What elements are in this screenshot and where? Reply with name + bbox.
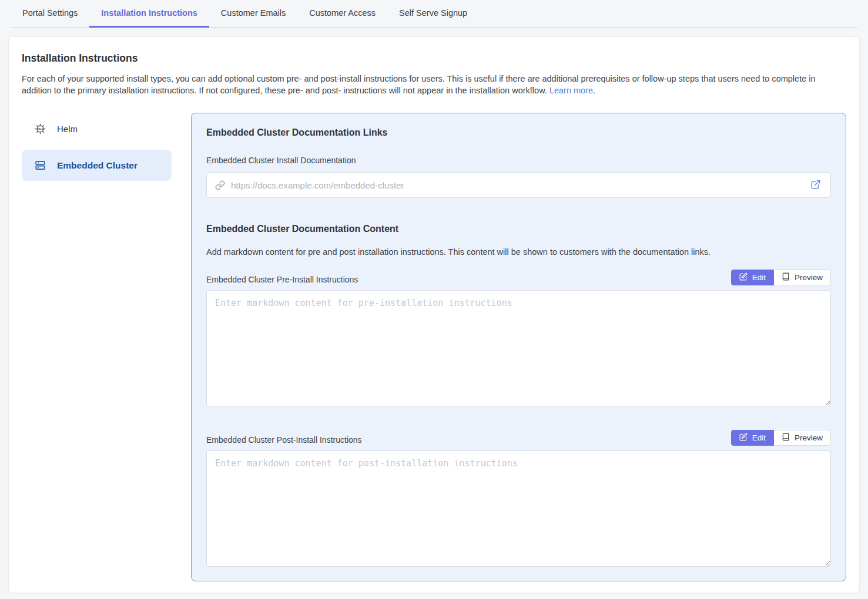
page-description: For each of your supported install types… bbox=[22, 73, 844, 96]
sidebar-item-label: Embedded Cluster bbox=[57, 160, 138, 171]
edit-button-label: Edit bbox=[752, 273, 766, 282]
edit-pencil-icon bbox=[739, 433, 748, 443]
server-stack-icon bbox=[33, 159, 46, 171]
post-install-preview-button[interactable]: Preview bbox=[774, 430, 831, 446]
post-install-label-row: Embedded Cluster Post-Install Instructio… bbox=[206, 430, 831, 446]
edit-pencil-icon bbox=[739, 272, 748, 282]
content-row: HELM Helm Embedded Cluster bbox=[22, 113, 846, 581]
svg-text:HELM: HELM bbox=[36, 127, 43, 130]
link-icon bbox=[215, 180, 225, 190]
documentation-content-heading: Embedded Cluster Documentation Content bbox=[206, 224, 831, 234]
book-icon bbox=[782, 433, 790, 443]
page-description-text: For each of your supported install types… bbox=[22, 74, 816, 95]
pre-install-label: Embedded Cluster Pre-Install Instruction… bbox=[206, 275, 358, 284]
pre-install-markdown-textarea[interactable] bbox=[206, 290, 831, 406]
edit-button-label: Edit bbox=[752, 433, 766, 442]
page-description-suffix: . bbox=[593, 86, 595, 95]
book-icon bbox=[782, 272, 790, 282]
install-documentation-field bbox=[206, 172, 831, 198]
tab-customer-access[interactable]: Customer Access bbox=[297, 0, 387, 28]
tab-self-serve-signup[interactable]: Self Serve Signup bbox=[387, 0, 479, 28]
main-card: Installation Instructions For each of yo… bbox=[8, 36, 860, 593]
sidebar-item-label: Helm bbox=[57, 124, 78, 134]
tab-list: Portal Settings Installation Instruction… bbox=[11, 0, 857, 28]
embedded-cluster-panel: Embedded Cluster Documentation Links Emb… bbox=[191, 113, 846, 581]
post-install-mode-toggle: Edit Preview bbox=[731, 430, 831, 446]
sidebar-item-helm[interactable]: HELM Helm bbox=[22, 115, 172, 143]
preview-button-label: Preview bbox=[795, 273, 823, 282]
tab-portal-settings[interactable]: Portal Settings bbox=[11, 0, 89, 28]
open-external-link-button[interactable] bbox=[809, 178, 822, 193]
pre-install-preview-button[interactable]: Preview bbox=[774, 270, 831, 285]
tab-installation-instructions[interactable]: Installation Instructions bbox=[89, 0, 209, 28]
install-documentation-label: Embedded Cluster Install Documentation bbox=[206, 156, 831, 165]
pre-install-label-row: Embedded Cluster Pre-Install Instruction… bbox=[206, 270, 831, 285]
tab-customer-emails[interactable]: Customer Emails bbox=[209, 0, 297, 28]
post-install-edit-button[interactable]: Edit bbox=[731, 430, 774, 446]
pre-install-edit-button[interactable]: Edit bbox=[731, 270, 774, 285]
learn-more-link[interactable]: Learn more bbox=[549, 86, 593, 95]
external-link-icon bbox=[810, 179, 821, 191]
helm-icon: HELM bbox=[33, 123, 46, 135]
sidebar-item-embedded-cluster[interactable]: Embedded Cluster bbox=[22, 150, 172, 181]
install-documentation-input[interactable] bbox=[231, 180, 809, 190]
documentation-links-heading: Embedded Cluster Documentation Links bbox=[206, 127, 831, 138]
preview-button-label: Preview bbox=[795, 433, 823, 442]
page-title: Installation Instructions bbox=[22, 52, 846, 65]
documentation-content-description: Add markdown content for pre and post in… bbox=[206, 247, 831, 257]
post-install-label: Embedded Cluster Post-Install Instructio… bbox=[206, 435, 362, 445]
post-install-markdown-textarea[interactable] bbox=[206, 450, 831, 567]
pre-install-mode-toggle: Edit Preview bbox=[731, 270, 831, 285]
top-tab-bar: Portal Settings Installation Instruction… bbox=[0, 0, 868, 28]
install-type-list: HELM Helm Embedded Cluster bbox=[22, 113, 172, 188]
